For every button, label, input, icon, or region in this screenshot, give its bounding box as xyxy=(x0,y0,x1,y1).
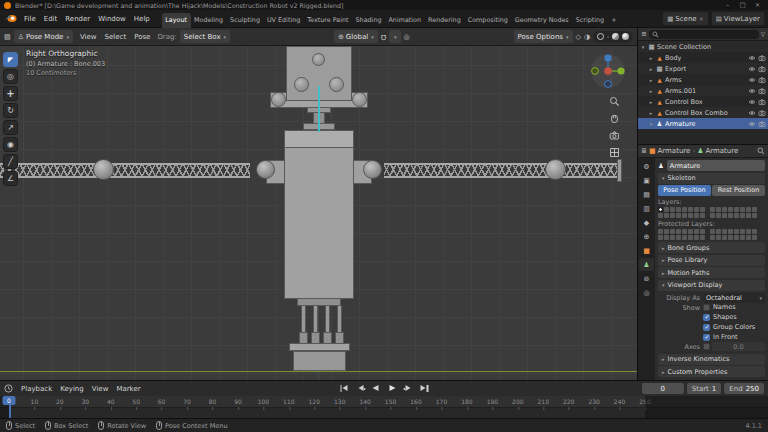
robot-leg-1[interactable] xyxy=(301,305,306,334)
layer-toggle[interactable] xyxy=(658,229,663,234)
disable-in-render-camera-icon[interactable] xyxy=(758,65,766,73)
hide-in-viewport-eye-icon[interactable] xyxy=(748,120,756,128)
proportional-editing-icon[interactable]: ◎ xyxy=(404,33,410,41)
navigation-gizmo[interactable] xyxy=(589,52,627,90)
show-option-row[interactable]: In Front xyxy=(703,333,765,341)
disclosure-caret-icon[interactable]: ▾ xyxy=(640,44,646,50)
layer-toggle[interactable] xyxy=(694,235,699,240)
zoom-icon[interactable] xyxy=(609,96,620,107)
layer-toggle[interactable] xyxy=(716,213,721,218)
checkbox[interactable] xyxy=(703,324,710,331)
workspace-tab[interactable]: Rendering xyxy=(425,13,465,28)
tool-button[interactable] xyxy=(3,69,18,84)
robot-chest-plate[interactable] xyxy=(284,130,354,148)
layer-toggle[interactable] xyxy=(728,213,733,218)
transport-button[interactable] xyxy=(387,384,398,393)
viewport-display-panel-header[interactable]: Viewport Display xyxy=(658,280,765,291)
outliner-row[interactable]: ▸ Body xyxy=(638,52,768,63)
layer-toggle[interactable] xyxy=(746,213,751,218)
close-button[interactable]: × xyxy=(751,1,764,10)
layer-toggle[interactable] xyxy=(716,207,721,212)
hide-in-viewport-eye-icon[interactable] xyxy=(748,65,756,73)
layer-toggle[interactable] xyxy=(710,235,715,240)
viewport-menu-item[interactable]: Select xyxy=(101,32,131,42)
tool-button[interactable] xyxy=(3,103,18,118)
viewport-menu-item[interactable]: Pose xyxy=(130,32,154,42)
properties-tab[interactable] xyxy=(639,258,654,271)
selected-bone[interactable] xyxy=(318,86,320,132)
disable-in-render-camera-icon[interactable] xyxy=(758,109,766,117)
end-frame-field[interactable]: End 250 xyxy=(724,383,764,394)
layer-toggle[interactable] xyxy=(664,229,669,234)
properties-panel-header[interactable]: Pose Library xyxy=(658,255,765,266)
camera-view-icon[interactable] xyxy=(609,130,620,141)
robot-arm-truss-right[interactable] xyxy=(384,163,620,178)
layer-toggle[interactable] xyxy=(716,235,721,240)
properties-tab[interactable] xyxy=(639,160,654,173)
robot-head-top-bolt[interactable] xyxy=(312,53,325,66)
timeline-menu-item[interactable]: Marker xyxy=(112,384,144,394)
hide-in-viewport-eye-icon[interactable] xyxy=(748,76,756,84)
outliner-row[interactable]: ▸ Arms xyxy=(638,74,768,85)
snap-magnet-icon[interactable]: Ω xyxy=(381,33,386,41)
workspace-tab[interactable]: + xyxy=(608,13,620,28)
disclosure-caret-icon[interactable]: ▸ xyxy=(648,110,654,116)
robot-base[interactable] xyxy=(293,351,346,371)
show-option-row[interactable]: Group Colors xyxy=(703,323,765,331)
workspace-tab[interactable]: UV Editing xyxy=(263,13,303,28)
robot-bracket-bolt-left[interactable] xyxy=(271,92,286,107)
disable-in-render-camera-icon[interactable] xyxy=(758,98,766,106)
protected-layers-grid[interactable] xyxy=(658,229,765,240)
robot-eye-right[interactable] xyxy=(329,77,344,92)
robot-leg-2[interactable] xyxy=(313,305,318,334)
layer-toggle[interactable] xyxy=(728,207,733,212)
checkbox[interactable] xyxy=(703,334,710,341)
outliner-row[interactable]: ▸ Export xyxy=(638,63,768,74)
layer-toggle[interactable] xyxy=(740,229,745,234)
robot-shoulder-sphere-right[interactable] xyxy=(363,160,382,179)
rendered-shading-icon[interactable] xyxy=(622,33,629,40)
layer-toggle[interactable] xyxy=(740,235,745,240)
disable-in-render-camera-icon[interactable] xyxy=(758,120,766,128)
armature-layers-grid[interactable] xyxy=(658,207,765,218)
robot-eye-left[interactable] xyxy=(294,77,309,92)
layer-toggle[interactable] xyxy=(694,207,699,212)
disclosure-caret-icon[interactable]: ▸ xyxy=(648,77,654,83)
layer-toggle[interactable] xyxy=(746,229,751,234)
workspace-tab[interactable]: Shading xyxy=(352,13,385,28)
menu-item[interactable]: Help xyxy=(130,14,154,24)
outliner-search-input[interactable] xyxy=(649,30,759,39)
properties-panel-header[interactable]: Motion Paths xyxy=(658,267,765,278)
active-tool-dropdown[interactable]: Select Box xyxy=(180,30,230,43)
layer-toggle[interactable] xyxy=(752,235,757,240)
outliner-editor-icon[interactable]: ≡ xyxy=(641,30,647,38)
axes-checkbox[interactable] xyxy=(703,343,710,350)
display-as-dropdown[interactable]: Octahedral xyxy=(703,293,765,303)
tool-button[interactable] xyxy=(3,154,18,169)
properties-search-icon[interactable] xyxy=(757,147,765,155)
layer-toggle[interactable] xyxy=(752,229,757,234)
properties-panel-header[interactable]: Inverse Kinematics xyxy=(658,354,765,365)
layer-toggle[interactable] xyxy=(722,229,727,234)
layer-toggle[interactable] xyxy=(716,229,721,234)
workspace-tab[interactable]: Sculpting xyxy=(227,13,264,28)
workspace-tab[interactable]: Texture Paint xyxy=(304,13,352,28)
layer-toggle[interactable] xyxy=(664,207,669,212)
layer-toggle[interactable] xyxy=(734,235,739,240)
menu-item[interactable]: Render xyxy=(61,14,94,24)
disclosure-caret-icon[interactable]: ▸ xyxy=(648,88,654,94)
properties-tab[interactable] xyxy=(639,230,654,243)
move-view-hand-icon[interactable] xyxy=(609,113,620,124)
layer-toggle[interactable] xyxy=(694,213,699,218)
material-preview-icon[interactable] xyxy=(612,33,619,40)
outliner-row[interactable]: ▾ Armature xyxy=(638,118,768,129)
layer-toggle[interactable] xyxy=(670,207,675,212)
layer-toggle[interactable] xyxy=(688,207,693,212)
minimize-button[interactable]: – xyxy=(721,1,734,10)
hide-in-viewport-eye-icon[interactable] xyxy=(748,87,756,95)
armature-name-field[interactable]: Armature xyxy=(667,160,765,171)
timeline-menu-item[interactable]: Playback xyxy=(17,384,56,394)
snapping-dropdown[interactable] xyxy=(389,30,401,43)
filter-icon[interactable]: ▽ xyxy=(761,31,765,37)
robot-torso[interactable] xyxy=(284,130,354,299)
